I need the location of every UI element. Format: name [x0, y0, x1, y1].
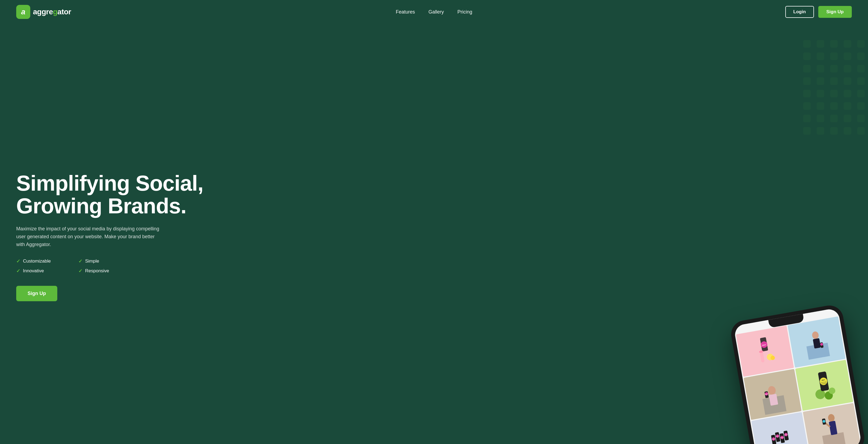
- drink-svg: RIOT: [751, 333, 779, 369]
- signup-nav-button[interactable]: Sign Up: [818, 6, 852, 18]
- hero-content: Simplifying Social, Growing Brands. Maxi…: [16, 167, 451, 301]
- hero-subtitle: Maximize the impact of your social media…: [16, 225, 162, 248]
- can-green-svg: RIOT 100% PLANT POWERED: [810, 365, 838, 406]
- check-icon: ✓: [16, 268, 20, 274]
- athlete-svg: [818, 408, 846, 444]
- svg-point-8: [811, 331, 819, 339]
- svg-line-42: [825, 422, 829, 427]
- check-icon: ✓: [79, 268, 83, 274]
- phone-image-can-green: RIOT 100% PLANT POWERED: [795, 360, 854, 411]
- check-icon: ✓: [79, 258, 83, 264]
- woman-svg: [803, 324, 830, 360]
- svg-rect-3: [760, 352, 765, 363]
- products-svg: RIOT RIOT RIOT RIOT: [766, 417, 794, 444]
- svg-rect-41: [829, 421, 837, 435]
- hero-section: Simplifying Social, Growing Brands. Maxi…: [0, 24, 868, 444]
- phone-outer: RIOT: [729, 303, 867, 444]
- phone-image-drink: RIOT: [736, 326, 794, 377]
- nav-link-features[interactable]: Features: [396, 9, 415, 14]
- phone-wrapper: RIOT: [729, 303, 867, 444]
- check-icon: ✓: [16, 258, 20, 264]
- feature-innovative: ✓ Innovative: [16, 268, 62, 274]
- logo[interactable]: a aggregator: [16, 5, 71, 19]
- svg-point-13: [768, 386, 776, 395]
- logo-text: aggregator: [33, 7, 71, 16]
- nav-actions: Login Sign Up: [785, 6, 852, 18]
- street-svg: RIOT: [758, 374, 786, 415]
- signup-hero-button[interactable]: Sign Up: [16, 286, 57, 301]
- hero-title: Simplifying Social, Growing Brands.: [16, 172, 451, 217]
- nav-link-pricing[interactable]: Pricing: [458, 9, 472, 14]
- nav-link-gallery[interactable]: Gallery: [429, 9, 444, 14]
- svg-point-40: [828, 413, 835, 422]
- nav-links: Features Gallery Pricing: [396, 9, 472, 15]
- login-button[interactable]: Login: [785, 6, 814, 18]
- navbar: a aggregator Features Gallery Pricing Lo…: [0, 0, 868, 24]
- phone-mockup: RIOT: [717, 312, 868, 444]
- feature-responsive: ✓ Responsive: [79, 268, 124, 274]
- feature-simple: ✓ Simple: [79, 258, 124, 264]
- phone-inner: RIOT: [734, 308, 862, 444]
- logo-icon: a: [16, 5, 30, 19]
- feature-customizable: ✓ Customizable: [16, 258, 62, 264]
- features-list: ✓ Customizable ✓ Simple ✓ Innovative ✓ R…: [16, 258, 124, 274]
- phone-screen: RIOT: [734, 308, 862, 444]
- phone-image-woman: [787, 316, 845, 367]
- phone-image-street: RIOT: [744, 369, 802, 420]
